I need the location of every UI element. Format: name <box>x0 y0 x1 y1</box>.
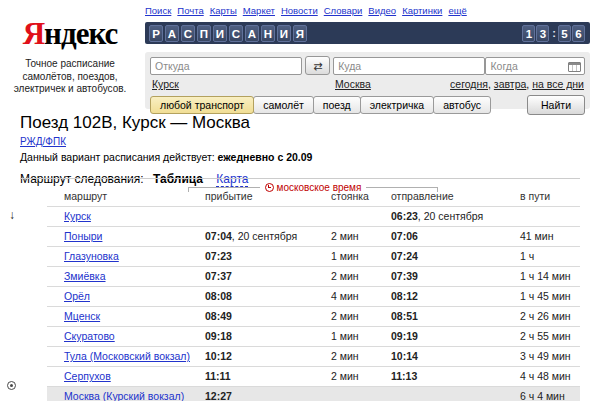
transport-tab-поезд[interactable]: поезд <box>313 96 361 114</box>
arrival-cell: 07:37 <box>205 267 331 287</box>
departure-cell: 09:19 <box>391 327 520 347</box>
station-link[interactable]: Москва (Курский вокзал) <box>64 390 184 401</box>
top-nav-link-3[interactable]: Карты <box>210 5 237 16</box>
table-row: Тула (Московский вокзал)10:122 мин10:143… <box>47 347 580 367</box>
departure-time: 11:13 <box>391 370 417 382</box>
when-quick-link-2[interactable]: завтра <box>494 78 527 90</box>
arrival-cell: 07:04, 20 сентября <box>205 227 331 247</box>
station-cell: Мценск <box>47 307 205 327</box>
departure-cell: 08:51 <box>391 307 520 327</box>
station-link[interactable]: Змиёвка <box>64 270 106 282</box>
departure-time: 09:19 <box>391 330 418 342</box>
top-nav-link-8[interactable]: Картинки <box>402 5 442 16</box>
banner-letter-tile: И <box>213 25 227 42</box>
clock-digit-tile: 1 <box>522 25 535 42</box>
schedule-table: маршрутприбытиестоянкаотправлениев пути … <box>47 179 580 401</box>
stop-cell: 1 мин <box>331 247 391 267</box>
top-nav-link-5[interactable]: Новости <box>281 5 318 16</box>
banner-letter-tile: Н <box>261 25 275 42</box>
top-nav-link-2[interactable]: Почта <box>177 5 203 16</box>
bracket-line-right <box>366 187 438 192</box>
arrival-cell <box>205 207 331 227</box>
top-nav-link-4[interactable]: Маркет <box>243 5 275 16</box>
top-nav-link-7[interactable]: Видео <box>368 5 396 16</box>
departure-cell: 07:24 <box>391 247 520 267</box>
top-nav-link-6[interactable]: Словари <box>324 5 363 16</box>
station-link[interactable]: Скуратово <box>64 330 115 342</box>
station-link[interactable]: Поныри <box>64 230 102 242</box>
clock-digit-tile: 6 <box>572 25 585 42</box>
departure-cell <box>391 387 520 401</box>
validity-line: Данный вариант расписания действует: еже… <box>20 151 580 163</box>
schedule-table-body: Курск06:23, 20 сентябряПоныри07:04, 20 с… <box>47 207 580 401</box>
yandex-logo[interactable]: Яндекс <box>0 16 140 52</box>
timezone-bracket: московское время <box>188 182 438 194</box>
arrival-time: 07:23 <box>205 250 232 262</box>
transport-tab-любой-транспорт[interactable]: любой транспорт <box>150 96 254 114</box>
arrival-cell: 09:18 <box>205 327 331 347</box>
table-row: Мценск08:492 мин08:512 ч 26 мин <box>47 307 580 327</box>
departure-time: 10:14 <box>391 350 418 362</box>
timezone-note-text: московское время <box>277 182 362 193</box>
station-link[interactable]: Серпухов <box>64 370 111 382</box>
when-quick-link-1[interactable]: сегодня <box>450 78 488 90</box>
main-content: Поезд 102В, Курск — Москва РЖД/ФПК Данны… <box>20 113 580 186</box>
search-fields-row: ⇄ <box>150 56 585 75</box>
departure-time: 08:12 <box>391 290 418 302</box>
travel-time-cell: 41 мин <box>520 227 580 247</box>
clock-digit-tile: 3 <box>536 25 549 42</box>
station-link[interactable]: Курск <box>64 210 91 222</box>
banner-clock: 13:56 <box>522 25 586 42</box>
arrival-cell: 11:11 <box>205 367 331 387</box>
arrival-time: 08:49 <box>205 310 232 322</box>
find-button[interactable]: Найти <box>527 95 585 115</box>
to-input[interactable] <box>333 57 485 75</box>
travel-time-cell: 1 ч 14 мин <box>520 267 580 287</box>
station-cell: Москва (Курский вокзал) <box>47 387 205 401</box>
service-tagline: Точное расписание самолётов, поездов, эл… <box>2 58 138 96</box>
schedules-banner[interactable]: РАСПИСАНИЯ 13:56 <box>145 22 590 44</box>
transport-tabs-row: любой транспортсамолётпоездэлектричкаавт… <box>150 95 585 115</box>
when-field-wrap <box>485 57 585 75</box>
departure-cell: 08:12 <box>391 287 520 307</box>
station-link[interactable]: Тула (Московский вокзал) <box>64 350 190 362</box>
station-cell: Тула (Московский вокзал) <box>47 347 205 367</box>
to-suggestion-link[interactable]: Москва <box>335 78 371 90</box>
carrier-link[interactable]: РЖД/ФПК <box>20 136 66 147</box>
from-input[interactable] <box>150 57 302 75</box>
travel-time-cell: 1 ч <box>520 247 580 267</box>
top-nav-link-9[interactable]: ещё <box>448 5 466 16</box>
swap-directions-button[interactable]: ⇄ <box>305 56 330 75</box>
column-header-5: в пути <box>520 179 580 207</box>
when-quick-links: сегодня, завтра, на все дни <box>450 78 584 90</box>
departure-time: 07:39 <box>391 270 418 282</box>
transport-tab-автобус[interactable]: автобус <box>433 96 491 114</box>
table-row: Змиёвка07:372 мин07:391 ч 14 мин <box>47 267 580 287</box>
arrival-time: 09:18 <box>205 330 232 342</box>
station-link[interactable]: Мценск <box>64 310 100 322</box>
station-link[interactable]: Глазуновка <box>64 250 119 262</box>
arrival-cell: 07:23 <box>205 247 331 267</box>
from-suggestion-link[interactable]: Курск <box>152 78 179 90</box>
station-cell: Скуратово <box>47 327 205 347</box>
departure-cell: 11:13 <box>391 367 520 387</box>
transport-tab-самолёт[interactable]: самолёт <box>253 96 314 114</box>
banner-letter-tile: Я <box>293 25 307 42</box>
calendar-icon[interactable] <box>568 62 581 72</box>
banner-letter-tile: С <box>181 25 195 42</box>
stop-cell: 2 мин <box>331 307 391 327</box>
stop-cell: 1 мин <box>331 327 391 347</box>
departure-time: 07:06 <box>391 230 418 242</box>
stop-cell: 4 мин <box>331 287 391 307</box>
stop-cell <box>331 387 391 401</box>
top-nav-link-1[interactable]: Поиск <box>145 5 171 16</box>
banner-letter-tile: А <box>165 25 179 42</box>
station-cell: Серпухов <box>47 367 205 387</box>
arrival-time: 07:04 <box>205 230 232 242</box>
banner-letter-tile: П <box>197 25 211 42</box>
station-link[interactable]: Орёл <box>64 290 90 302</box>
station-cell: Орёл <box>47 287 205 307</box>
arrival-time: 08:08 <box>205 290 232 302</box>
when-quick-link-3[interactable]: на все дни <box>532 78 584 90</box>
transport-tab-электричка[interactable]: электричка <box>360 96 434 114</box>
